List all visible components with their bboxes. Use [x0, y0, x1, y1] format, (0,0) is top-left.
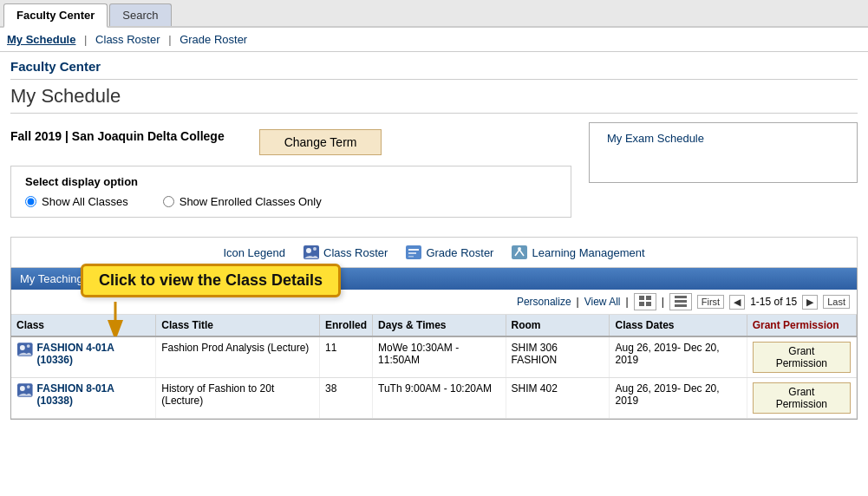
class-roster-link[interactable]: Class Roster: [303, 245, 388, 260]
grid-view-button[interactable]: [634, 293, 656, 310]
callout-text: Click to view the Class Details: [81, 264, 341, 297]
col-dates: Class Dates: [610, 315, 747, 336]
callout-container: Click to view the Class Details: [81, 264, 341, 336]
class-enrolled-1: 38: [320, 378, 373, 419]
personalize-link[interactable]: Personalize: [517, 296, 571, 308]
class-cell-0: FASHION 4-01A (10336): [11, 336, 156, 378]
title-divider: [10, 113, 858, 114]
first-button[interactable]: First: [697, 295, 724, 309]
svg-rect-16: [675, 300, 687, 303]
grant-permission-button-0[interactable]: Grant Permission: [753, 342, 851, 373]
table-view-button[interactable]: [669, 293, 692, 310]
view-all-link[interactable]: View All: [584, 296, 621, 308]
show-enrolled-option[interactable]: Show Enrolled Classes Only: [163, 195, 322, 208]
svg-point-20: [27, 344, 30, 348]
icon-legend-label: Icon Legend: [223, 246, 285, 259]
subnav-class-roster[interactable]: Class Roster: [95, 33, 160, 46]
icon-legend-link[interactable]: Icon Legend: [223, 246, 285, 259]
bar-sep2: |: [626, 296, 629, 308]
svg-rect-17: [675, 304, 687, 307]
header-divider: [10, 79, 858, 80]
svg-rect-5: [408, 252, 416, 254]
show-enrolled-label: Show Enrolled Classes Only: [179, 195, 322, 208]
class-link-0[interactable]: FASHION 4-01A (10336): [37, 342, 151, 366]
next-button[interactable]: ▶: [802, 295, 818, 310]
grade-roster-label: Grade Roster: [426, 246, 493, 259]
change-term-button[interactable]: Change Term: [259, 129, 382, 155]
svg-point-23: [27, 385, 30, 388]
grade-roster-link[interactable]: Grade Roster: [405, 245, 493, 260]
svg-rect-15: [675, 296, 687, 298]
svg-rect-13: [639, 302, 644, 306]
learning-management-link[interactable]: Learning Management: [511, 245, 644, 260]
bar-sep1: |: [577, 296, 579, 308]
class-roster-label: Class Roster: [323, 246, 388, 259]
exam-schedule-link[interactable]: My Exam Schedule: [607, 132, 704, 145]
svg-rect-6: [408, 256, 414, 258]
class-cell-1: FASHION 8-01A (10338): [11, 378, 156, 419]
col-grant: Grant Permission: [747, 315, 856, 336]
term-info: Fall 2019 | San Joaquin Delta College: [10, 129, 225, 143]
svg-rect-14: [646, 302, 651, 306]
breadcrumb: Faculty Center: [10, 59, 858, 74]
svg-rect-4: [408, 249, 419, 251]
svg-point-19: [20, 345, 25, 350]
class-dates-0: Aug 26, 2019- Dec 20, 2019: [610, 336, 747, 378]
bar-sep3: |: [662, 296, 664, 308]
subnav-sep2: |: [168, 33, 171, 46]
class-room-0: SHIM 306 FASHION: [506, 336, 610, 378]
class-days-1: TuTh 9:00AM - 10:20AM: [373, 378, 506, 419]
grant-permission-button-1[interactable]: Grant Permission: [753, 382, 851, 414]
show-enrolled-radio[interactable]: [163, 196, 174, 207]
learning-management-label: Learning Management: [532, 246, 644, 259]
class-grant-0: Grant Permission: [747, 336, 856, 378]
tab-search[interactable]: Search: [109, 3, 171, 26]
svg-rect-12: [646, 296, 651, 300]
class-title-1: History of Fashion to 20t (Lecture): [156, 378, 320, 419]
table-row: FASHION 8-01A (10338) History of Fashion…: [11, 378, 857, 419]
svg-point-2: [313, 247, 317, 251]
class-enrolled-0: 11: [320, 336, 373, 378]
subnav-sep1: |: [84, 33, 87, 46]
class-grant-1: Grant Permission: [747, 378, 856, 419]
svg-rect-11: [639, 296, 644, 300]
class-roster-icon: [303, 245, 320, 260]
show-all-radio[interactable]: [25, 196, 36, 207]
show-all-classes-option[interactable]: Show All Classes: [25, 195, 128, 208]
prev-button[interactable]: ◀: [729, 295, 745, 310]
svg-point-8: [518, 247, 521, 251]
show-all-label: Show All Classes: [42, 195, 128, 208]
learning-management-icon: [511, 245, 528, 260]
page-info: 1-15 of 15: [750, 296, 797, 308]
grade-roster-icon: [405, 245, 422, 260]
class-icon-0: [16, 342, 34, 357]
callout-arrow-icon: [107, 297, 159, 336]
class-room-1: SHIM 402: [506, 378, 610, 419]
col-room: Room: [506, 315, 610, 336]
tab-faculty-center[interactable]: Faculty Center: [3, 3, 108, 28]
class-icon-1: [16, 382, 34, 398]
subnav-grade-roster[interactable]: Grade Roster: [179, 33, 247, 46]
subnav-my-schedule[interactable]: My Schedule: [7, 33, 75, 46]
display-options-label: Select display option: [25, 175, 557, 188]
col-days-times: Days & Times: [373, 315, 506, 336]
class-link-1[interactable]: FASHION 8-01A (10338): [37, 382, 151, 407]
class-dates-1: Aug 26, 2019- Dec 20, 2019: [610, 378, 747, 419]
last-button[interactable]: Last: [823, 295, 850, 309]
page-title: My Schedule: [10, 85, 858, 108]
table-row: FASHION 4-01A (10336) Fashion Prod Analy…: [11, 336, 857, 378]
svg-point-1: [306, 248, 311, 253]
svg-point-22: [20, 386, 25, 391]
class-title-0: Fashion Prod Analysis (Lecture): [156, 336, 320, 378]
class-days-0: MoWe 10:30AM - 11:50AM: [373, 336, 506, 378]
